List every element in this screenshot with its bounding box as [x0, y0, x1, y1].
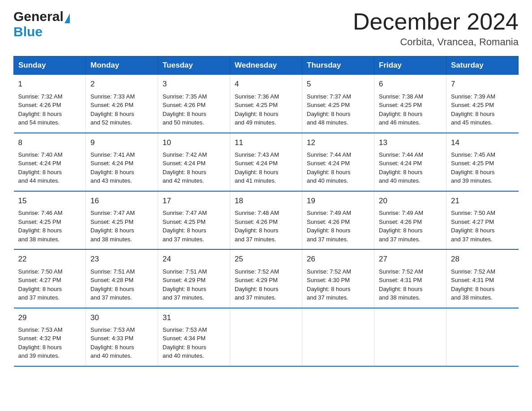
day-number: 31	[163, 312, 225, 324]
day-info: Sunrise: 7:51 AMSunset: 4:29 PMDaylight:…	[163, 267, 225, 302]
calendar-cell: 25Sunrise: 7:52 AMSunset: 4:29 PMDayligh…	[230, 249, 302, 308]
calendar-cell: 31Sunrise: 7:53 AMSunset: 4:34 PMDayligh…	[158, 308, 230, 366]
day-info: Sunrise: 7:40 AMSunset: 4:24 PMDaylight:…	[18, 150, 82, 185]
calendar-cell: 23Sunrise: 7:51 AMSunset: 4:28 PMDayligh…	[86, 249, 158, 308]
day-info: Sunrise: 7:49 AMSunset: 4:26 PMDaylight:…	[307, 209, 369, 244]
day-number: 13	[379, 137, 442, 149]
day-number: 5	[307, 78, 369, 90]
week-row-5: 29Sunrise: 7:53 AMSunset: 4:32 PMDayligh…	[14, 308, 519, 366]
day-number: 3	[163, 78, 225, 90]
calendar-cell: 18Sunrise: 7:48 AMSunset: 4:26 PMDayligh…	[230, 191, 302, 249]
day-info: Sunrise: 7:37 AMSunset: 4:25 PMDaylight:…	[307, 92, 369, 127]
day-info: Sunrise: 7:51 AMSunset: 4:28 PMDaylight:…	[90, 267, 153, 302]
logo: General Blue	[13, 9, 70, 39]
day-info: Sunrise: 7:53 AMSunset: 4:34 PMDaylight:…	[163, 325, 225, 360]
calendar-cell: 3Sunrise: 7:35 AMSunset: 4:26 PMDaylight…	[158, 75, 230, 133]
day-number: 23	[90, 253, 153, 265]
calendar-cell: 20Sunrise: 7:49 AMSunset: 4:26 PMDayligh…	[374, 191, 446, 249]
page-title: December 2024	[353, 9, 519, 34]
day-info: Sunrise: 7:50 AMSunset: 4:27 PMDaylight:…	[18, 267, 82, 302]
day-number: 18	[235, 195, 297, 207]
day-number: 12	[307, 137, 369, 149]
header: General Blue December 2024 Corbita, Vran…	[13, 9, 519, 48]
day-number: 10	[163, 137, 225, 149]
calendar-cell	[374, 308, 446, 366]
day-number: 15	[18, 195, 82, 207]
day-info: Sunrise: 7:53 AMSunset: 4:33 PMDaylight:…	[90, 325, 153, 360]
day-info: Sunrise: 7:47 AMSunset: 4:25 PMDaylight:…	[90, 209, 153, 244]
calendar-cell: 1Sunrise: 7:32 AMSunset: 4:26 PMDaylight…	[14, 75, 86, 133]
day-number: 7	[451, 78, 514, 90]
calendar-cell: 17Sunrise: 7:47 AMSunset: 4:25 PMDayligh…	[158, 191, 230, 249]
calendar-cell	[302, 308, 374, 366]
week-row-1: 1Sunrise: 7:32 AMSunset: 4:26 PMDaylight…	[14, 75, 519, 133]
calendar-cell: 11Sunrise: 7:43 AMSunset: 4:24 PMDayligh…	[230, 133, 302, 191]
day-number: 8	[18, 137, 82, 149]
calendar-cell: 13Sunrise: 7:44 AMSunset: 4:24 PMDayligh…	[374, 133, 446, 191]
day-info: Sunrise: 7:53 AMSunset: 4:32 PMDaylight:…	[18, 325, 82, 360]
day-number: 28	[451, 253, 514, 265]
calendar-cell: 24Sunrise: 7:51 AMSunset: 4:29 PMDayligh…	[158, 249, 230, 308]
header-wednesday: Wednesday	[230, 56, 302, 75]
day-number: 9	[90, 137, 153, 149]
calendar-cell: 6Sunrise: 7:38 AMSunset: 4:25 PMDaylight…	[374, 75, 446, 133]
day-info: Sunrise: 7:45 AMSunset: 4:25 PMDaylight:…	[451, 150, 514, 185]
calendar-cell: 22Sunrise: 7:50 AMSunset: 4:27 PMDayligh…	[14, 249, 86, 308]
day-info: Sunrise: 7:36 AMSunset: 4:25 PMDaylight:…	[235, 92, 297, 127]
header-thursday: Thursday	[302, 56, 374, 75]
calendar-cell: 19Sunrise: 7:49 AMSunset: 4:26 PMDayligh…	[302, 191, 374, 249]
day-number: 26	[307, 253, 369, 265]
logo-blue-text: Blue	[13, 24, 43, 39]
day-info: Sunrise: 7:42 AMSunset: 4:24 PMDaylight:…	[163, 150, 225, 185]
calendar-cell: 4Sunrise: 7:36 AMSunset: 4:25 PMDaylight…	[230, 75, 302, 133]
day-number: 1	[18, 78, 82, 90]
logo-triangle-icon	[64, 13, 70, 23]
day-info: Sunrise: 7:44 AMSunset: 4:24 PMDaylight:…	[379, 150, 442, 185]
logo-general-text: General	[13, 9, 64, 24]
day-number: 24	[163, 253, 225, 265]
header-sunday: Sunday	[14, 56, 86, 75]
header-monday: Monday	[86, 56, 158, 75]
day-number: 27	[379, 253, 442, 265]
day-number: 17	[163, 195, 225, 207]
header-tuesday: Tuesday	[158, 56, 230, 75]
day-info: Sunrise: 7:46 AMSunset: 4:25 PMDaylight:…	[18, 209, 82, 244]
header-friday: Friday	[374, 56, 446, 75]
week-row-2: 8Sunrise: 7:40 AMSunset: 4:24 PMDaylight…	[14, 133, 519, 191]
day-info: Sunrise: 7:43 AMSunset: 4:24 PMDaylight:…	[235, 150, 297, 185]
page-subtitle: Corbita, Vrancea, Romania	[353, 36, 519, 48]
calendar-cell: 27Sunrise: 7:52 AMSunset: 4:31 PMDayligh…	[374, 249, 446, 308]
calendar-cell: 9Sunrise: 7:41 AMSunset: 4:24 PMDaylight…	[86, 133, 158, 191]
calendar-cell: 5Sunrise: 7:37 AMSunset: 4:25 PMDaylight…	[302, 75, 374, 133]
day-number: 29	[18, 312, 82, 324]
day-info: Sunrise: 7:48 AMSunset: 4:26 PMDaylight:…	[235, 209, 297, 244]
day-info: Sunrise: 7:39 AMSunset: 4:25 PMDaylight:…	[451, 92, 514, 127]
day-number: 11	[235, 137, 297, 149]
calendar-cell: 10Sunrise: 7:42 AMSunset: 4:24 PMDayligh…	[158, 133, 230, 191]
day-info: Sunrise: 7:52 AMSunset: 4:31 PMDaylight:…	[451, 267, 514, 302]
day-number: 4	[235, 78, 297, 90]
day-info: Sunrise: 7:33 AMSunset: 4:26 PMDaylight:…	[90, 92, 153, 127]
calendar-cell: 28Sunrise: 7:52 AMSunset: 4:31 PMDayligh…	[446, 249, 519, 308]
header-saturday: Saturday	[446, 56, 519, 75]
day-info: Sunrise: 7:47 AMSunset: 4:25 PMDaylight:…	[163, 209, 225, 244]
day-info: Sunrise: 7:41 AMSunset: 4:24 PMDaylight:…	[90, 150, 153, 185]
calendar-cell: 8Sunrise: 7:40 AMSunset: 4:24 PMDaylight…	[14, 133, 86, 191]
calendar-cell: 15Sunrise: 7:46 AMSunset: 4:25 PMDayligh…	[14, 191, 86, 249]
day-info: Sunrise: 7:35 AMSunset: 4:26 PMDaylight:…	[163, 92, 225, 127]
week-row-3: 15Sunrise: 7:46 AMSunset: 4:25 PMDayligh…	[14, 191, 519, 249]
day-number: 21	[451, 195, 514, 207]
day-number: 2	[90, 78, 153, 90]
day-info: Sunrise: 7:49 AMSunset: 4:26 PMDaylight:…	[379, 209, 442, 244]
day-info: Sunrise: 7:38 AMSunset: 4:25 PMDaylight:…	[379, 92, 442, 127]
calendar-cell: 12Sunrise: 7:44 AMSunset: 4:24 PMDayligh…	[302, 133, 374, 191]
calendar-cell	[230, 308, 302, 366]
day-number: 16	[90, 195, 153, 207]
title-area: December 2024 Corbita, Vrancea, Romania	[353, 9, 519, 48]
calendar-cell: 16Sunrise: 7:47 AMSunset: 4:25 PMDayligh…	[86, 191, 158, 249]
day-number: 22	[18, 253, 82, 265]
day-number: 6	[379, 78, 442, 90]
day-number: 14	[451, 137, 514, 149]
day-number: 30	[90, 312, 153, 324]
calendar-cell: 2Sunrise: 7:33 AMSunset: 4:26 PMDaylight…	[86, 75, 158, 133]
